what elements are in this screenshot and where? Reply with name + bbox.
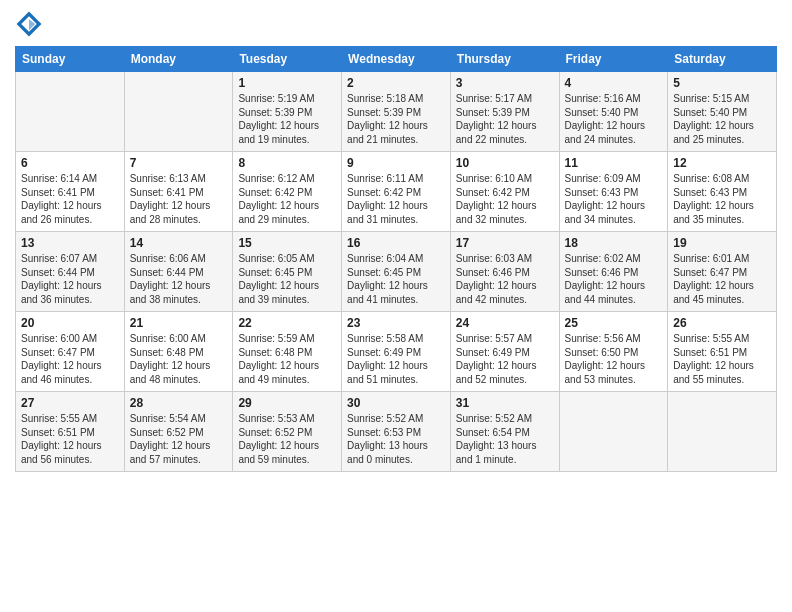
cell-day-number: 5 (673, 76, 771, 90)
calendar-cell: 17Sunrise: 6:03 AMSunset: 6:46 PMDayligh… (450, 232, 559, 312)
calendar-cell: 7Sunrise: 6:13 AMSunset: 6:41 PMDaylight… (124, 152, 233, 232)
cell-day-number: 23 (347, 316, 445, 330)
calendar-cell: 26Sunrise: 5:55 AMSunset: 6:51 PMDayligh… (668, 312, 777, 392)
calendar-week-row: 13Sunrise: 6:07 AMSunset: 6:44 PMDayligh… (16, 232, 777, 312)
weekday-header-monday: Monday (124, 47, 233, 72)
calendar-cell (668, 392, 777, 472)
cell-info: Sunrise: 6:07 AMSunset: 6:44 PMDaylight:… (21, 252, 119, 306)
cell-day-number: 17 (456, 236, 554, 250)
cell-day-number: 25 (565, 316, 663, 330)
cell-info: Sunrise: 5:59 AMSunset: 6:48 PMDaylight:… (238, 332, 336, 386)
cell-day-number: 26 (673, 316, 771, 330)
calendar-cell: 5Sunrise: 5:15 AMSunset: 5:40 PMDaylight… (668, 72, 777, 152)
cell-day-number: 18 (565, 236, 663, 250)
page: SundayMondayTuesdayWednesdayThursdayFrid… (0, 0, 792, 612)
calendar-cell: 12Sunrise: 6:08 AMSunset: 6:43 PMDayligh… (668, 152, 777, 232)
cell-day-number: 4 (565, 76, 663, 90)
calendar-cell: 3Sunrise: 5:17 AMSunset: 5:39 PMDaylight… (450, 72, 559, 152)
cell-info: Sunrise: 6:08 AMSunset: 6:43 PMDaylight:… (673, 172, 771, 226)
calendar-table: SundayMondayTuesdayWednesdayThursdayFrid… (15, 46, 777, 472)
cell-info: Sunrise: 6:05 AMSunset: 6:45 PMDaylight:… (238, 252, 336, 306)
cell-day-number: 13 (21, 236, 119, 250)
cell-info: Sunrise: 6:00 AMSunset: 6:48 PMDaylight:… (130, 332, 228, 386)
calendar-cell: 19Sunrise: 6:01 AMSunset: 6:47 PMDayligh… (668, 232, 777, 312)
cell-info: Sunrise: 5:54 AMSunset: 6:52 PMDaylight:… (130, 412, 228, 466)
cell-day-number: 10 (456, 156, 554, 170)
calendar-cell: 1Sunrise: 5:19 AMSunset: 5:39 PMDaylight… (233, 72, 342, 152)
cell-info: Sunrise: 5:58 AMSunset: 6:49 PMDaylight:… (347, 332, 445, 386)
cell-day-number: 24 (456, 316, 554, 330)
cell-day-number: 27 (21, 396, 119, 410)
calendar-cell: 29Sunrise: 5:53 AMSunset: 6:52 PMDayligh… (233, 392, 342, 472)
weekday-header-friday: Friday (559, 47, 668, 72)
cell-day-number: 31 (456, 396, 554, 410)
cell-info: Sunrise: 6:12 AMSunset: 6:42 PMDaylight:… (238, 172, 336, 226)
calendar-cell: 9Sunrise: 6:11 AMSunset: 6:42 PMDaylight… (342, 152, 451, 232)
cell-info: Sunrise: 5:56 AMSunset: 6:50 PMDaylight:… (565, 332, 663, 386)
header (15, 10, 777, 38)
calendar-cell: 13Sunrise: 6:07 AMSunset: 6:44 PMDayligh… (16, 232, 125, 312)
cell-day-number: 2 (347, 76, 445, 90)
logo (15, 10, 47, 38)
cell-info: Sunrise: 6:00 AMSunset: 6:47 PMDaylight:… (21, 332, 119, 386)
cell-day-number: 15 (238, 236, 336, 250)
calendar-cell: 23Sunrise: 5:58 AMSunset: 6:49 PMDayligh… (342, 312, 451, 392)
calendar-cell: 27Sunrise: 5:55 AMSunset: 6:51 PMDayligh… (16, 392, 125, 472)
weekday-header-thursday: Thursday (450, 47, 559, 72)
calendar-week-row: 20Sunrise: 6:00 AMSunset: 6:47 PMDayligh… (16, 312, 777, 392)
cell-info: Sunrise: 6:09 AMSunset: 6:43 PMDaylight:… (565, 172, 663, 226)
cell-day-number: 3 (456, 76, 554, 90)
calendar-body: 1Sunrise: 5:19 AMSunset: 5:39 PMDaylight… (16, 72, 777, 472)
weekday-header-tuesday: Tuesday (233, 47, 342, 72)
cell-day-number: 30 (347, 396, 445, 410)
cell-info: Sunrise: 6:03 AMSunset: 6:46 PMDaylight:… (456, 252, 554, 306)
cell-day-number: 16 (347, 236, 445, 250)
calendar-cell: 4Sunrise: 5:16 AMSunset: 5:40 PMDaylight… (559, 72, 668, 152)
cell-day-number: 14 (130, 236, 228, 250)
cell-info: Sunrise: 5:19 AMSunset: 5:39 PMDaylight:… (238, 92, 336, 146)
weekday-row: SundayMondayTuesdayWednesdayThursdayFrid… (16, 47, 777, 72)
cell-info: Sunrise: 5:18 AMSunset: 5:39 PMDaylight:… (347, 92, 445, 146)
calendar-cell (559, 392, 668, 472)
cell-day-number: 7 (130, 156, 228, 170)
calendar-cell: 20Sunrise: 6:00 AMSunset: 6:47 PMDayligh… (16, 312, 125, 392)
cell-info: Sunrise: 6:11 AMSunset: 6:42 PMDaylight:… (347, 172, 445, 226)
calendar-week-row: 6Sunrise: 6:14 AMSunset: 6:41 PMDaylight… (16, 152, 777, 232)
calendar-cell: 25Sunrise: 5:56 AMSunset: 6:50 PMDayligh… (559, 312, 668, 392)
calendar-header: SundayMondayTuesdayWednesdayThursdayFrid… (16, 47, 777, 72)
weekday-header-wednesday: Wednesday (342, 47, 451, 72)
calendar-cell: 24Sunrise: 5:57 AMSunset: 6:49 PMDayligh… (450, 312, 559, 392)
cell-info: Sunrise: 5:17 AMSunset: 5:39 PMDaylight:… (456, 92, 554, 146)
cell-info: Sunrise: 6:14 AMSunset: 6:41 PMDaylight:… (21, 172, 119, 226)
cell-info: Sunrise: 5:15 AMSunset: 5:40 PMDaylight:… (673, 92, 771, 146)
cell-day-number: 1 (238, 76, 336, 90)
cell-info: Sunrise: 6:13 AMSunset: 6:41 PMDaylight:… (130, 172, 228, 226)
calendar-cell: 22Sunrise: 5:59 AMSunset: 6:48 PMDayligh… (233, 312, 342, 392)
cell-day-number: 12 (673, 156, 771, 170)
cell-info: Sunrise: 6:10 AMSunset: 6:42 PMDaylight:… (456, 172, 554, 226)
cell-day-number: 11 (565, 156, 663, 170)
weekday-header-sunday: Sunday (16, 47, 125, 72)
cell-day-number: 9 (347, 156, 445, 170)
cell-day-number: 19 (673, 236, 771, 250)
cell-day-number: 21 (130, 316, 228, 330)
cell-day-number: 6 (21, 156, 119, 170)
cell-info: Sunrise: 6:01 AMSunset: 6:47 PMDaylight:… (673, 252, 771, 306)
calendar-cell: 2Sunrise: 5:18 AMSunset: 5:39 PMDaylight… (342, 72, 451, 152)
cell-info: Sunrise: 5:16 AMSunset: 5:40 PMDaylight:… (565, 92, 663, 146)
calendar-week-row: 1Sunrise: 5:19 AMSunset: 5:39 PMDaylight… (16, 72, 777, 152)
logo-icon (15, 10, 43, 38)
calendar-cell: 28Sunrise: 5:54 AMSunset: 6:52 PMDayligh… (124, 392, 233, 472)
cell-day-number: 20 (21, 316, 119, 330)
weekday-header-saturday: Saturday (668, 47, 777, 72)
cell-day-number: 28 (130, 396, 228, 410)
calendar-cell: 16Sunrise: 6:04 AMSunset: 6:45 PMDayligh… (342, 232, 451, 312)
calendar-cell (124, 72, 233, 152)
cell-info: Sunrise: 5:55 AMSunset: 6:51 PMDaylight:… (21, 412, 119, 466)
cell-day-number: 29 (238, 396, 336, 410)
calendar-cell: 10Sunrise: 6:10 AMSunset: 6:42 PMDayligh… (450, 152, 559, 232)
cell-info: Sunrise: 5:57 AMSunset: 6:49 PMDaylight:… (456, 332, 554, 386)
calendar-cell: 15Sunrise: 6:05 AMSunset: 6:45 PMDayligh… (233, 232, 342, 312)
cell-day-number: 22 (238, 316, 336, 330)
calendar-week-row: 27Sunrise: 5:55 AMSunset: 6:51 PMDayligh… (16, 392, 777, 472)
